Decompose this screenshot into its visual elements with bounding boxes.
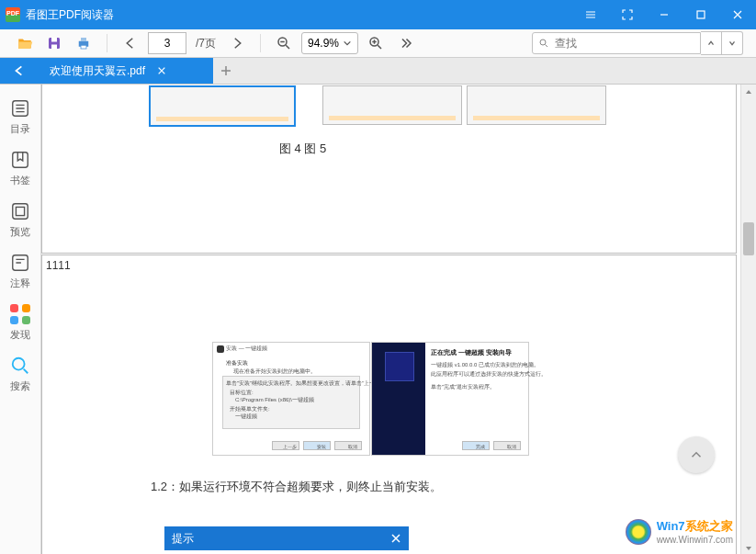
svg-point-15 xyxy=(13,357,25,369)
minimize-button[interactable] xyxy=(646,0,683,29)
titlebar: 看图王PDF阅读器 xyxy=(0,0,756,29)
comment-icon xyxy=(10,253,30,273)
zoom-level-label: 94.9% xyxy=(308,37,339,50)
open-file-button[interactable] xyxy=(13,31,37,55)
wizard-title: 正在完成 一键超频 安装向导 xyxy=(431,348,512,357)
more-tools-button[interactable] xyxy=(393,31,417,55)
page-marker: 1111 xyxy=(46,259,71,272)
watermark-url: www.Winwin7.com xyxy=(657,535,733,545)
svg-point-9 xyxy=(540,40,546,45)
search-next-button[interactable] xyxy=(722,31,743,55)
sidebar-item-label: 书签 xyxy=(10,174,30,187)
sidebar-item-label: 发现 xyxy=(10,328,30,342)
preview-icon xyxy=(10,201,30,221)
zoom-level-dropdown[interactable]: 94.9% xyxy=(301,32,358,54)
sidebar: 目录 书签 预览 注释 发现 搜索 xyxy=(0,85,41,554)
sidebar-item-label: 搜索 xyxy=(10,379,30,393)
svg-rect-2 xyxy=(51,38,57,42)
scroll-up-button[interactable] xyxy=(741,85,756,99)
sidebar-item-discover[interactable]: 发现 xyxy=(0,298,40,347)
svg-rect-6 xyxy=(81,45,86,49)
chevron-up-icon xyxy=(688,447,705,463)
sidebar-item-label: 目录 xyxy=(10,122,30,136)
svg-rect-12 xyxy=(13,203,28,219)
separator xyxy=(107,34,107,52)
tab-bar: 欢迎使用天翼云.pdf xyxy=(0,58,756,85)
page-number-input[interactable] xyxy=(148,32,186,54)
sidebar-item-comment[interactable]: 注释 xyxy=(0,246,40,296)
tab-label: 欢迎使用天翼云.pdf xyxy=(50,63,145,79)
new-tab-button[interactable] xyxy=(213,58,239,84)
sidebar-item-label: 注释 xyxy=(10,277,30,290)
svg-rect-11 xyxy=(13,152,28,167)
app-logo-icon xyxy=(6,7,20,22)
watermark: Win7系统之家 www.Winwin7.com xyxy=(626,518,733,545)
search-input[interactable] xyxy=(553,36,694,51)
search-prev-button[interactable] xyxy=(701,31,722,55)
close-icon xyxy=(390,533,401,544)
scroll-down-button[interactable] xyxy=(741,541,756,554)
fullscreen-button[interactable] xyxy=(609,0,646,29)
body-text: 1.2：如果运行环境不符合超频要求，则终止当前安装。 xyxy=(151,479,442,495)
tab-back-button[interactable] xyxy=(0,58,39,84)
chevron-down-icon xyxy=(343,39,352,48)
dialog-title: 提示 xyxy=(172,531,194,547)
tab-document[interactable]: 欢迎使用天翼云.pdf xyxy=(39,58,213,84)
sidebar-item-toc[interactable]: 目录 xyxy=(0,92,40,141)
search-icon xyxy=(538,37,549,50)
print-button[interactable] xyxy=(72,31,96,55)
next-page-button[interactable] xyxy=(225,31,249,55)
apps-icon xyxy=(10,304,30,324)
watermark-logo-icon xyxy=(626,519,651,545)
toolbar: /7页 94.9% xyxy=(0,29,756,58)
sidebar-item-label: 预览 xyxy=(10,225,30,239)
zoom-in-button[interactable] xyxy=(364,31,388,55)
close-button[interactable] xyxy=(719,0,756,29)
separator xyxy=(260,34,261,52)
document-viewport[interactable]: 图 4 图 5 1111 安装 — 一键超频 准备安装 现在准备开始安装到您的电… xyxy=(41,85,756,554)
menu-button[interactable] xyxy=(572,0,609,29)
bookmark-icon xyxy=(10,150,30,170)
list-icon xyxy=(10,98,30,119)
svg-rect-3 xyxy=(51,45,57,50)
tab-close-button[interactable] xyxy=(154,63,169,78)
vertical-scrollbar[interactable] xyxy=(740,85,756,554)
svg-rect-13 xyxy=(16,207,24,215)
scroll-to-top-button[interactable] xyxy=(678,436,715,473)
window-title: 看图王PDF阅读器 xyxy=(26,7,114,23)
search-icon xyxy=(10,356,30,376)
maximize-button[interactable] xyxy=(683,0,719,29)
sidebar-item-search[interactable]: 搜索 xyxy=(0,349,40,399)
svg-rect-0 xyxy=(697,11,705,18)
scrollbar-thumb[interactable] xyxy=(743,222,754,255)
sidebar-item-bookmark[interactable]: 书签 xyxy=(0,143,40,193)
save-button[interactable] xyxy=(42,31,66,55)
svg-rect-5 xyxy=(81,38,86,41)
sidebar-item-preview[interactable]: 预览 xyxy=(0,195,40,244)
figure-caption: 图 4 图 5 xyxy=(279,141,326,157)
page-count-label: /7页 xyxy=(196,36,216,51)
prev-page-button[interactable] xyxy=(118,31,142,55)
search-box[interactable] xyxy=(532,32,701,54)
zoom-out-button[interactable] xyxy=(272,31,296,55)
